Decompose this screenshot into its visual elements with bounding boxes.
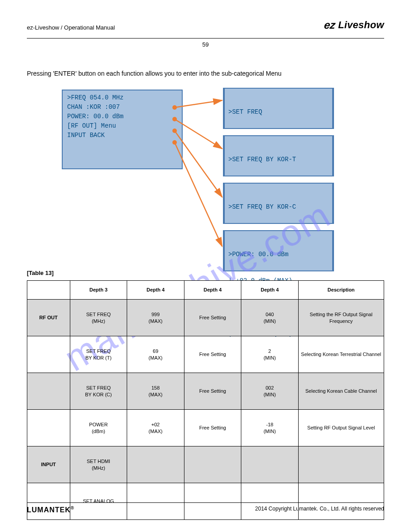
table-wrapper: Depth 3 Depth 4 Depth 4 Depth 4 Descript…	[27, 280, 384, 520]
table-row: INPUT SET HDMI(MHz)	[27, 446, 384, 483]
detail-box-power: >POWER: 00.0 dBm | +02.0 dBm (MAX) |> 00…	[223, 230, 334, 271]
settings-table: Depth 3 Depth 4 Depth 4 Depth 4 Descript…	[27, 280, 384, 520]
th	[27, 281, 70, 300]
table-header-row: Depth 3 Depth 4 Depth 4 Depth 4 Descript…	[27, 281, 384, 300]
diagram-area: >FREQ 054.0 MHz CHAN :KOR :007 POWER: 00…	[27, 86, 384, 278]
td	[27, 483, 70, 520]
table-row: SET ANALOG	[27, 483, 384, 520]
footer-brand-text: LUMANTEK	[27, 506, 71, 514]
detail-line: >POWER: 00.0 dBm	[228, 250, 329, 259]
brand-text: Liveshow	[338, 19, 384, 31]
menu-line: CHAN :KOR :007	[67, 103, 177, 112]
td: SET FREQBY KOR (T)	[70, 336, 127, 373]
td: SET ANALOG	[70, 483, 127, 520]
td	[298, 483, 384, 520]
td: 69(MAX)	[127, 336, 184, 373]
svg-line-1	[175, 100, 222, 107]
td: SET FREQ(MHz)	[70, 300, 127, 336]
page-number: 59	[27, 41, 384, 48]
td: Free Setting	[184, 300, 241, 336]
td: 2(MIN)	[241, 336, 299, 373]
menu-line: POWER: 00.0 dBm	[67, 112, 177, 121]
detail-box-kor-t: >SET FREQ BY KOR-T | 69 (MAX) |> 02 | 02…	[223, 135, 334, 176]
td	[298, 446, 384, 483]
menu-line: INPUT BACK	[67, 131, 177, 140]
td: +02(MAX)	[127, 410, 184, 446]
brand-block: ez Liveshow	[324, 19, 384, 31]
th: Description	[298, 281, 384, 300]
th: Depth 4	[184, 281, 241, 300]
page-header: ez-Liveshow / Operational Manual ez Live…	[27, 21, 384, 39]
intro-text: Pressing 'ENTER' button on each function…	[27, 69, 384, 78]
td: SET HDMI(MHz)	[70, 446, 127, 483]
td: RF OUT	[27, 300, 70, 336]
svg-line-5	[175, 131, 222, 197]
td	[27, 410, 70, 446]
th: Depth 4	[241, 281, 299, 300]
detail-line: >SET FREQ BY KOR-C	[228, 203, 329, 212]
td: 999(MAX)	[127, 300, 184, 336]
menu-line: >FREQ 054.0 MHz	[67, 93, 177, 103]
td: INPUT	[27, 446, 70, 483]
td: 002(MIN)	[241, 373, 299, 410]
registered-icon: ®	[71, 506, 74, 511]
td: Free Setting	[184, 373, 241, 410]
detail-box-set-freq: >SET FREQ | 999.0 MHz (MAX) |> 054.0 MHz…	[223, 88, 334, 129]
menu-line: [RF OUT] Menu	[67, 121, 177, 131]
arrow-icon	[170, 86, 233, 274]
menu-box: >FREQ 054.0 MHz CHAN :KOR :007 POWER: 00…	[62, 90, 183, 169]
td: Selecting Korean Terrestrial Channel	[298, 336, 384, 373]
table-row: SET FREQBY KOR (T) 69(MAX) Free Setting …	[27, 336, 384, 373]
td	[184, 483, 241, 520]
td: 040(MIN)	[241, 300, 299, 336]
th: Depth 3	[70, 281, 127, 300]
footer-copyright: 2014 Copyright Lumantek. Co., Ltd. All r…	[255, 506, 384, 514]
table-row: POWER(dBm) +02(MAX) Free Setting -18(MIN…	[27, 410, 384, 446]
table-label: [Table 13]	[27, 270, 54, 276]
page-footer: LUMANTEK® 2014 Copyright Lumantek. Co., …	[27, 502, 384, 514]
td: Setting RF Output Signal Level	[298, 410, 384, 446]
td: POWER(dBm)	[70, 410, 127, 446]
td: SET FREQBY KOR (C)	[70, 373, 127, 410]
td: 158(MAX)	[127, 373, 184, 410]
td	[27, 336, 70, 373]
svg-line-7	[175, 142, 222, 246]
td: Setting the RF Output Signal Frequency	[298, 300, 384, 336]
td	[127, 446, 184, 483]
td	[127, 483, 184, 520]
td	[241, 446, 299, 483]
detail-line: >SET FREQ BY KOR-T	[228, 155, 329, 164]
td: Selecting Korean Cable Channel	[298, 373, 384, 410]
td	[184, 446, 241, 483]
td: -18(MIN)	[241, 410, 299, 446]
table-row: SET FREQBY KOR (C) 158(MAX) Free Setting…	[27, 373, 384, 410]
svg-line-3	[175, 119, 222, 149]
ez-logo-icon: ez	[324, 19, 335, 31]
footer-brand: LUMANTEK®	[27, 506, 74, 514]
manual-title: ez-Liveshow / Operational Manual	[27, 24, 115, 31]
detail-box-kor-c: >SET FREQ BY KOR-C | 158 (MAX) |> 002 | …	[223, 183, 334, 224]
detail-line: >SET FREQ	[228, 108, 329, 117]
th: Depth 4	[127, 281, 184, 300]
td: Free Setting	[184, 336, 241, 373]
td	[241, 483, 299, 520]
td: Free Setting	[184, 410, 241, 446]
td	[27, 373, 70, 410]
table-row: RF OUT SET FREQ(MHz) 999(MAX) Free Setti…	[27, 300, 384, 336]
